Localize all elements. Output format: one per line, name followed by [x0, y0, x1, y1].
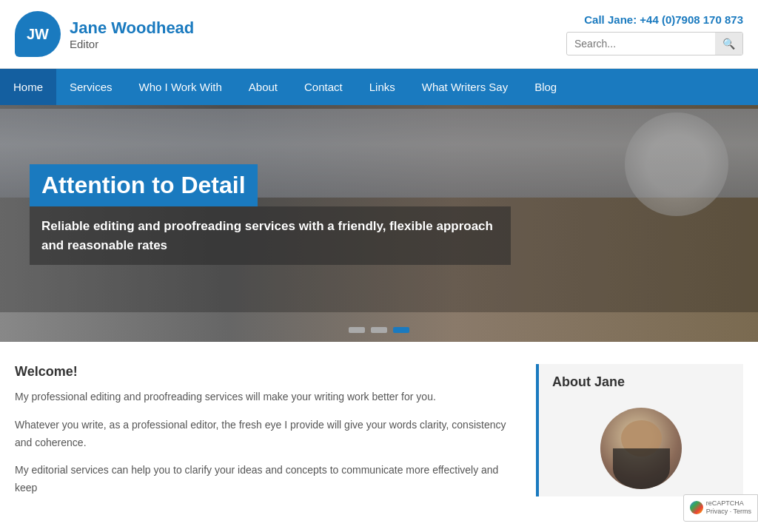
main-content: Welcome! My professional editing and pro… — [0, 342, 758, 522]
nav-link-home[interactable]: Home — [0, 69, 56, 105]
about-jane-box: About Jane — [536, 364, 743, 496]
main-nav: Home Services Who I Work With About Cont… — [0, 69, 758, 105]
main-left: Welcome! My professional editing and pro… — [15, 364, 536, 508]
welcome-title: Welcome! — [15, 364, 506, 380]
recaptcha-text: reCAPTCHAPrivacy · Terms — [706, 499, 751, 516]
search-box: 🔍 — [566, 32, 743, 55]
slider-dot-1[interactable] — [349, 327, 365, 333]
nav-item-who-i-work-with[interactable]: Who I Work With — [126, 69, 235, 105]
nav-link-who-i-work-with[interactable]: Who I Work With — [126, 69, 235, 105]
hero-title: Attention to Detail — [30, 164, 258, 206]
nav-item-links[interactable]: Links — [356, 69, 409, 105]
logo-area: JW Jane Woodhead Editor — [15, 11, 194, 57]
nav-link-contact[interactable]: Contact — [291, 69, 356, 105]
jane-avatar — [600, 408, 682, 489]
about-jane-header: About Jane — [539, 364, 743, 400]
site-tagline: Editor — [70, 38, 194, 50]
slider-dot-3[interactable] — [393, 327, 409, 333]
about-jane-image-area — [539, 408, 743, 496]
hero-subtitle-box: Reliable editing and proofreading servic… — [30, 206, 511, 265]
search-input[interactable] — [567, 33, 715, 54]
nav-item-services[interactable]: Services — [56, 69, 126, 105]
header-right: Call Jane: +44 (0)7908 170 873 🔍 — [566, 13, 743, 55]
main-right: About Jane — [536, 364, 743, 508]
nav-list: Home Services Who I Work With About Cont… — [0, 69, 758, 105]
nav-item-what-writers-say[interactable]: What Writers Say — [409, 69, 521, 105]
hero-subtitle: Reliable editing and proofreading servic… — [41, 217, 499, 255]
slider-dot-2[interactable] — [371, 327, 387, 333]
nav-item-blog[interactable]: Blog — [521, 69, 570, 105]
search-button[interactable]: 🔍 — [715, 33, 742, 55]
hero-section: Attention to Detail Reliable editing and… — [0, 105, 758, 342]
recaptcha-logo-icon — [690, 501, 703, 514]
hero-content: Attention to Detail Reliable editing and… — [30, 164, 511, 265]
nav-link-what-writers-say[interactable]: What Writers Say — [409, 69, 521, 105]
nav-link-links[interactable]: Links — [356, 69, 409, 105]
about-jane-title: About Jane — [552, 374, 625, 390]
site-header: JW Jane Woodhead Editor Call Jane: +44 (… — [0, 0, 758, 69]
nav-link-about[interactable]: About — [235, 69, 291, 105]
nav-item-about[interactable]: About — [235, 69, 291, 105]
nav-item-home[interactable]: Home — [0, 69, 56, 105]
intro-paragraph-1: My professional editing and proofreading… — [15, 388, 506, 406]
site-name: Jane Woodhead — [70, 18, 194, 38]
phone-number: Call Jane: +44 (0)7908 170 873 — [566, 13, 743, 26]
intro-paragraph-2: Whatever you write, as a professional ed… — [15, 417, 506, 452]
logo-icon: JW — [15, 11, 61, 57]
logo-text: Jane Woodhead Editor — [70, 18, 194, 50]
nav-item-contact[interactable]: Contact — [291, 69, 356, 105]
nav-link-blog[interactable]: Blog — [521, 69, 570, 105]
recaptcha-badge: reCAPTCHAPrivacy · Terms — [683, 494, 758, 522]
slider-dots — [349, 327, 409, 333]
nav-link-services[interactable]: Services — [56, 69, 126, 105]
intro-paragraph-3: My editorial services can help you to cl… — [15, 462, 506, 497]
